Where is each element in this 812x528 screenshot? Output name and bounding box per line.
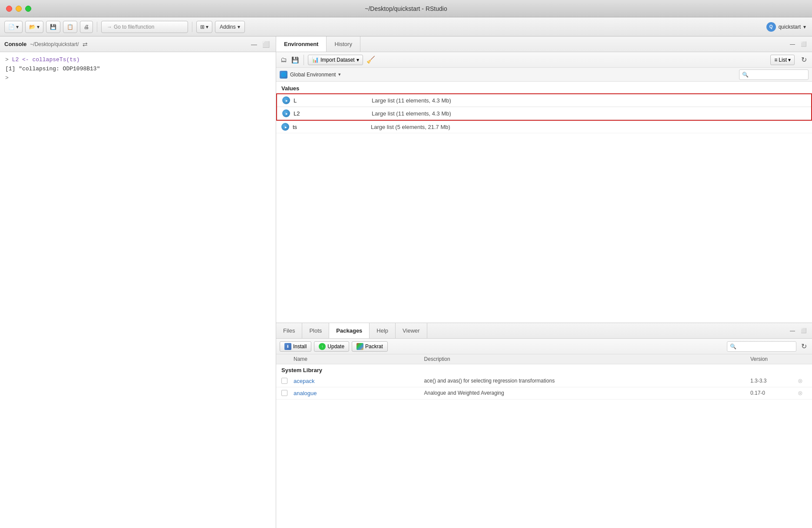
tab-packages[interactable]: Packages (329, 323, 370, 338)
tab-plots-label: Plots (309, 327, 322, 334)
console-content[interactable]: > L2 <- collapseTs(ts) [1] "collapsing: … (0, 52, 276, 528)
clear-env-btn[interactable]: 🧹 (366, 55, 376, 65)
console-line-1: > L2 <- collapseTs(ts) (5, 56, 271, 65)
pkg-desc-analogue: Analogue and Weighted Averaging (424, 389, 750, 397)
pkg-delete-acepack[interactable]: ⊗ (794, 377, 807, 384)
go-to-file-button[interactable]: → Go to file/function (101, 21, 188, 33)
env-search-input[interactable] (750, 72, 805, 78)
selected-rows-group: L Large list (11 elements, 4.3 Mb) L2 La… (276, 93, 812, 121)
env-header: Environment History (276, 36, 812, 52)
pkg-col-desc-header: Description (424, 356, 750, 362)
pkg-name-acepack[interactable]: acepack (294, 378, 424, 384)
env-row-L-icon (282, 96, 290, 104)
global-env-icon: 🌐 (280, 71, 287, 79)
env-save-btn[interactable]: 💾 (290, 56, 300, 64)
pkg-check-acepack[interactable] (281, 378, 287, 384)
print-button[interactable]: 🖨 (80, 21, 93, 33)
values-header: Values (276, 82, 812, 93)
pkg-search-input[interactable] (738, 343, 793, 350)
console-tab[interactable]: Console (4, 41, 26, 47)
env-row-L[interactable]: L Large list (11 elements, 4.3 Mb) (277, 94, 811, 107)
files-minimize-btn[interactable] (788, 326, 797, 336)
tab-packages-label: Packages (336, 327, 362, 334)
traffic-lights[interactable] (6, 6, 31, 12)
new-file-button[interactable]: 📄 ▾ (4, 21, 23, 33)
console-maximize-btn[interactable]: ⬜ (261, 40, 271, 49)
addins-button[interactable]: Addins ▾ (215, 21, 245, 33)
files-toolbar: ⬇ Install ↑ Update Packrat 🔍 (276, 339, 812, 354)
import-icon: 📊 (312, 56, 319, 63)
pkg-row-acepack: acepack ace() and avas() for selecting r… (276, 375, 812, 387)
tab-environment[interactable]: Environment (276, 36, 327, 52)
save-button[interactable]: 💾 (46, 21, 60, 33)
env-row-ts-icon (281, 123, 289, 131)
update-icon: ↑ (319, 343, 326, 350)
env-refresh-btn[interactable] (799, 55, 809, 65)
open-file-dropdown[interactable]: ▾ (37, 24, 40, 30)
console-actions: — ⬜ (249, 40, 271, 49)
import-dataset-btn[interactable]: 📊 Import Dataset ▾ (308, 55, 363, 65)
list-view-btn[interactable]: ≡ List ▾ (770, 55, 795, 65)
user-avatar: Q (766, 22, 776, 32)
environment-panel: Environment History 🗂 💾 📊 Import Dataset (276, 36, 812, 323)
env-row-L2-desc: Large list (11 elements, 4.3 Mb) (372, 110, 451, 117)
update-btn[interactable]: ↑ Update (314, 341, 349, 352)
install-label: Install (293, 343, 307, 350)
pkg-refresh-btn[interactable] (799, 342, 809, 351)
import-label: Import Dataset (320, 57, 355, 63)
tab-environment-label: Environment (284, 41, 318, 47)
tab-plots[interactable]: Plots (302, 323, 329, 338)
env-separator (304, 55, 304, 65)
pkg-search-box[interactable]: 🔍 (727, 341, 796, 352)
console-path: ~/Desktop/quickstart/ (30, 41, 79, 47)
pkg-name-analogue[interactable]: analogue (294, 390, 424, 396)
env-open-btn[interactable]: 🗂 (280, 55, 288, 64)
env-toolbar: 🗂 💾 📊 Import Dataset ▾ 🧹 ≡ List ▾ (276, 52, 812, 68)
user-button[interactable]: Q quickstart ▾ (766, 22, 806, 32)
packrat-icon (356, 343, 363, 350)
update-label: Update (327, 343, 344, 350)
env-row-L2[interactable]: L2 Large list (11 elements, 4.3 Mb) (277, 107, 811, 120)
env-search-box[interactable]: 🔍 (739, 69, 809, 80)
pkg-delete-analogue[interactable]: ⊗ (794, 389, 807, 396)
new-file-dropdown[interactable]: ▾ (16, 24, 19, 30)
console-line-3: > (5, 74, 271, 83)
tab-history[interactable]: History (327, 36, 360, 52)
env-row-L2-name: L2 (294, 110, 372, 117)
pkg-check-analogue[interactable] (281, 390, 287, 396)
pkg-version-acepack: 1.3-3.3 (750, 378, 794, 384)
go-to-label: Go to file/function (114, 24, 154, 30)
files-panel: Files Plots Packages Help Viewer (276, 323, 812, 528)
grid-button[interactable]: ⊞ ▾ (196, 21, 212, 33)
toolbar-separator-2 (192, 22, 192, 32)
system-library-header: System Library (276, 364, 812, 375)
save-all-button[interactable]: 📋 (63, 21, 77, 33)
console-minimize-btn[interactable]: — (249, 40, 259, 49)
toolbar-separator-1 (97, 22, 97, 32)
tab-viewer[interactable]: Viewer (396, 323, 427, 338)
open-file-button[interactable]: 📂 ▾ (25, 21, 43, 33)
global-env-dropdown[interactable]: ▾ (338, 72, 341, 77)
env-row-ts[interactable]: ts Large list (5 elements, 21.7 Mb) (276, 121, 812, 133)
env-row-L-desc: Large list (11 elements, 4.3 Mb) (372, 97, 451, 104)
main-layout: Console ~/Desktop/quickstart/ ⇄ — ⬜ > L2… (0, 36, 812, 528)
pkg-version-analogue: 0.17-0 (750, 390, 794, 396)
maximize-button[interactable] (25, 6, 31, 12)
minimize-button[interactable] (16, 6, 22, 12)
tab-help-label: Help (376, 327, 388, 334)
env-minimize-btn[interactable] (788, 40, 797, 49)
console-sync-icon[interactable]: ⇄ (83, 41, 88, 48)
new-file-icon: 📄 (8, 24, 15, 30)
close-button[interactable] (6, 6, 12, 12)
grid-dropdown[interactable]: ▾ (206, 24, 208, 30)
user-label: quickstart (779, 24, 801, 30)
list-icon: ≡ (774, 57, 777, 63)
env-maximize-btn[interactable] (799, 40, 809, 49)
pkg-search-icon: 🔍 (730, 343, 736, 350)
install-btn[interactable]: ⬇ Install (280, 341, 311, 352)
files-maximize-btn[interactable] (799, 326, 809, 336)
tab-help[interactable]: Help (370, 323, 396, 338)
tab-files[interactable]: Files (276, 323, 302, 338)
install-icon: ⬇ (284, 343, 291, 350)
packrat-btn[interactable]: Packrat (352, 341, 388, 352)
